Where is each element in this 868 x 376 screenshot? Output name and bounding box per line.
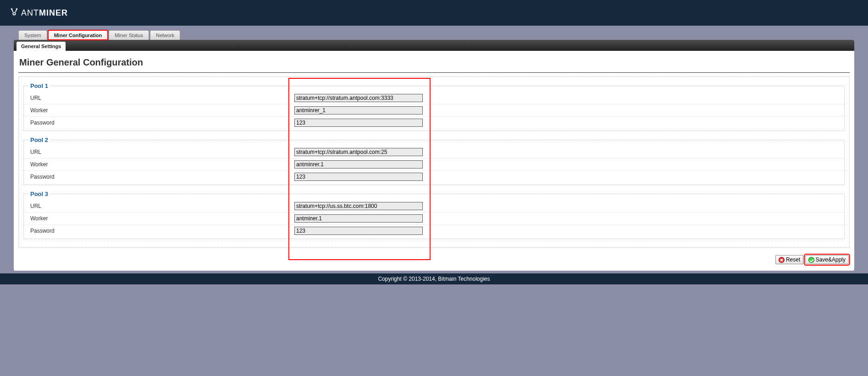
worker-label: Worker (24, 215, 294, 222)
pool-3-worker-input[interactable] (294, 214, 423, 223)
password-label: Password (24, 174, 294, 180)
pool-1-url-row: URL (24, 92, 844, 104)
pool-2-fieldset: Pool 2 URL Worker Password (23, 136, 845, 185)
brand-logo: ANTMINER (9, 8, 68, 18)
pool-2-worker-row: Worker (24, 158, 844, 171)
ant-icon (9, 8, 19, 18)
password-label: Password (24, 228, 294, 234)
pool-1-legend: Pool 1 (28, 82, 50, 89)
pool-2-url-row: URL (24, 146, 844, 158)
subtab-row: General Settings (14, 40, 854, 51)
main-tabs: System Miner Configuration Miner Status … (0, 26, 868, 40)
save-apply-button[interactable]: Save&Apply (805, 255, 849, 264)
pool-1-url-input[interactable] (294, 94, 423, 102)
pool-3-fieldset: Pool 3 URL Worker Password (23, 191, 845, 239)
title-divider (18, 72, 850, 73)
worker-label: Worker (24, 161, 294, 168)
form-area: Pool 1 URL Worker Password Pool 2 URL Wo… (18, 76, 850, 248)
pool-2-password-row: Password (24, 171, 844, 183)
pool-3-password-row: Password (24, 225, 844, 237)
url-label: URL (24, 203, 294, 209)
pool-2-worker-input[interactable] (294, 160, 423, 169)
pool-1-password-row: Password (24, 117, 844, 129)
pool-1-password-input[interactable] (294, 119, 423, 127)
pool-3-password-input[interactable] (294, 227, 423, 235)
pool-2-password-input[interactable] (294, 173, 423, 181)
url-label: URL (24, 95, 294, 101)
reset-button[interactable]: Reset (775, 255, 803, 264)
check-icon (808, 257, 814, 263)
tab-network[interactable]: Network (150, 30, 180, 40)
footer: Copyright © 2013-2014, Bitmain Technolog… (0, 273, 868, 284)
tab-system[interactable]: System (18, 30, 47, 40)
pool-1-fieldset: Pool 1 URL Worker Password (23, 82, 845, 131)
page-title: Miner General Configuration (14, 51, 854, 72)
svg-point-2 (17, 9, 17, 10)
pool-2-legend: Pool 2 (28, 136, 50, 143)
pool-3-url-row: URL (24, 200, 844, 213)
pool-3-url-input[interactable] (294, 202, 423, 210)
reset-button-label: Reset (786, 256, 800, 263)
password-label: Password (24, 120, 294, 126)
pool-3-legend: Pool 3 (28, 191, 50, 197)
svg-point-1 (11, 9, 12, 10)
pool-3-worker-row: Worker (24, 213, 844, 225)
buttons-row: Reset Save&Apply (14, 251, 854, 266)
pool-2-url-input[interactable] (294, 148, 423, 156)
pool-1-worker-row: Worker (24, 104, 844, 117)
save-apply-button-label: Save&Apply (816, 256, 846, 263)
reset-icon (779, 257, 785, 263)
worker-label: Worker (24, 107, 294, 114)
tab-miner-status[interactable]: Miner Status (109, 30, 149, 40)
header-bar: ANTMINER (0, 0, 868, 26)
content-panel: General Settings Miner General Configura… (14, 40, 854, 271)
url-label: URL (24, 149, 294, 155)
pool-1-worker-input[interactable] (294, 106, 423, 114)
brand-text: ANTMINER (21, 8, 68, 18)
subtab-general-settings[interactable]: General Settings (17, 42, 66, 51)
tab-miner-configuration[interactable]: Miner Configuration (48, 30, 108, 40)
svg-point-0 (13, 12, 16, 15)
